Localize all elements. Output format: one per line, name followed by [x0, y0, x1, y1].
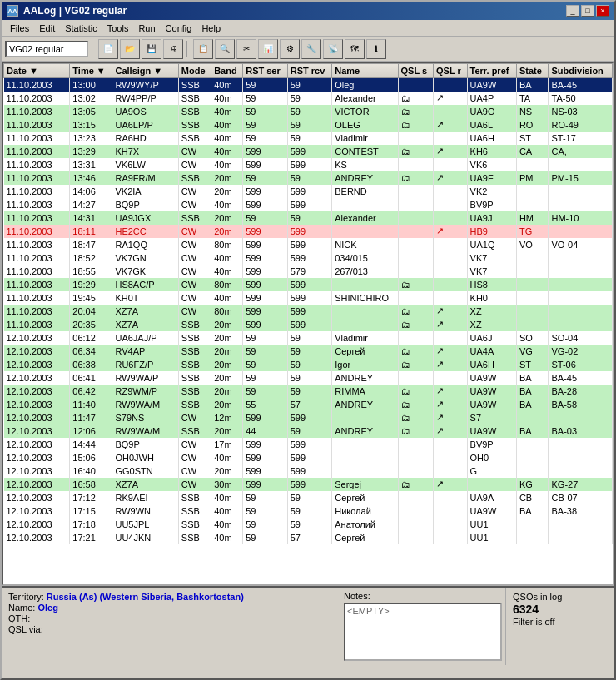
col-rst-sent[interactable]: RST ser	[243, 64, 288, 78]
tb-btn-8[interactable]: 📊	[258, 39, 278, 59]
col-date[interactable]: Date ▼	[4, 64, 70, 78]
col-qsl-sent[interactable]: QSL s	[398, 64, 434, 78]
table-row[interactable]: 11.10.200319:45KH0TCW40m599599SHINICHIRO…	[4, 291, 613, 305]
col-rst-rcv[interactable]: RST rcv	[287, 64, 332, 78]
band-cell: 30m	[211, 478, 243, 491]
qsl-sent-cell	[398, 185, 434, 198]
table-row[interactable]: 12.10.200306:12UA6JAJ/PSSB20m5959Vladimi…	[4, 331, 613, 345]
new-button[interactable]: 📄	[98, 39, 118, 59]
table-row[interactable]: 12.10.200317:18UU5JPLSSB40m5959АнатолийU…	[4, 518, 613, 531]
table-row[interactable]: 12.10.200314:44BQ9PCW17m599599BV9P	[4, 438, 613, 451]
table-row[interactable]: 12.10.200306:42RZ9WM/PSSB20m5959RIMMA🗂↗U…	[4, 385, 613, 398]
state-cell: NS	[516, 105, 549, 118]
menu-edit[interactable]: Edit	[34, 22, 60, 34]
save-button[interactable]: 💾	[142, 39, 161, 59]
state-cell: BA	[516, 385, 549, 398]
time-cell: 17:21	[70, 531, 112, 544]
mode-cell: CW	[178, 278, 211, 291]
qso-label: QSOs in log	[513, 592, 608, 602]
table-row[interactable]: 12.10.200306:34RV4APSSB20m5959Сергей🗂↗UA…	[4, 345, 613, 358]
menu-files[interactable]: Files	[5, 22, 34, 34]
print-button[interactable]: 🖨	[163, 39, 183, 59]
menu-config[interactable]: Config	[161, 22, 197, 34]
tb-btn-13[interactable]: ℹ	[366, 39, 386, 59]
table-row[interactable]: 11.10.200313:02RW4PP/PSSB40m5959Alexande…	[4, 92, 613, 105]
table-row[interactable]: 12.10.200316:58XZ7ACW30m599599Sergej🗂↗KG…	[4, 478, 613, 491]
col-state[interactable]: State	[516, 64, 549, 78]
col-subdivision[interactable]: Subdivision	[549, 64, 613, 78]
table-row[interactable]: 12.10.200315:06OH0JWHCW40m599599OH0	[4, 451, 613, 464]
table-row[interactable]: 11.10.200314:06VK2IACW20m599599BERNDVK2	[4, 185, 613, 198]
close-button[interactable]: ×	[596, 5, 609, 17]
table-row[interactable]: 11.10.200313:05UA9OSSSB40m5959VICTOR🗂UA9…	[4, 105, 613, 118]
terr-cell: UA9W	[467, 504, 516, 518]
name-cell: NICK	[332, 238, 398, 251]
table-row[interactable]: 12.10.200311:47S79NSCW12m599599🗂↗S7	[4, 411, 613, 424]
table-row[interactable]: 11.10.200313:29KH7XCW40m599599CONTEST🗂↗K…	[4, 145, 613, 158]
col-terr[interactable]: Terr. pref	[467, 64, 516, 78]
tb-btn-9[interactable]: ⚙	[280, 39, 300, 59]
qsl-rcv-cell: ↗	[434, 171, 468, 185]
table-row[interactable]: 12.10.200317:12RK9AEISSB40m5959СергейUA9…	[4, 491, 613, 504]
table-row[interactable]: 11.10.200320:04XZ7ACW80m599599🗂↗XZ	[4, 305, 613, 318]
table-row[interactable]: 12.10.200306:41RW9WA/PSSB20m5959ANDREYUA…	[4, 371, 613, 385]
col-band[interactable]: Band	[211, 64, 243, 78]
table-row[interactable]: 11.10.200318:47RA1QQCW80m599599NICKUA1QV…	[4, 238, 613, 251]
col-time[interactable]: Time ▼	[70, 64, 112, 78]
mode-cell: CW	[178, 158, 211, 171]
table-row[interactable]: 11.10.200314:31UA9JGXSSB20m5959Alexander…	[4, 211, 613, 225]
tb-btn-7[interactable]: ✂	[236, 39, 256, 59]
tb-btn-6[interactable]: 🔍	[215, 39, 235, 59]
date-cell: 11.10.2003	[4, 251, 70, 265]
qsl-sent-cell	[398, 225, 434, 238]
tb-btn-11[interactable]: 📡	[323, 39, 343, 59]
table-row[interactable]: 12.10.200317:21UU4JKNSSB40m5957СергейUU1	[4, 531, 613, 544]
table-row[interactable]: 11.10.200318:52VK7GNCW40m599599034/015VK…	[4, 251, 613, 265]
sub-cell: RO-49	[549, 118, 613, 132]
col-name[interactable]: Name	[332, 64, 398, 78]
table-container[interactable]: Date ▼ Time ▼ Callsign ▼ Mode Band RST s…	[2, 62, 614, 586]
callsign-cell: GG0STN	[112, 464, 178, 478]
band-cell: 20m	[211, 318, 243, 331]
rst-rcv-cell: 59	[287, 385, 332, 398]
rst-sent-cell: 59	[243, 105, 288, 118]
menu-help[interactable]: Help	[196, 22, 226, 34]
tb-btn-5[interactable]: 📋	[193, 39, 213, 59]
table-row[interactable]: 12.10.200312:06RW9WA/MSSB20m4459ANDREY🗂↗…	[4, 424, 613, 438]
menu-tools[interactable]: Tools	[102, 22, 134, 34]
menu-run[interactable]: Run	[133, 22, 160, 34]
open-button[interactable]: 📂	[120, 39, 140, 59]
date-cell: 11.10.2003	[4, 265, 70, 278]
callsign-input[interactable]	[5, 41, 88, 57]
table-row[interactable]: 12.10.200311:40RW9WA/MSSB20m5557ANDREY🗂↗…	[4, 398, 613, 411]
rst-rcv-cell: 59	[287, 105, 332, 118]
table-row[interactable]: 11.10.200320:35XZ7ASSB20m599599🗂↗XZ	[4, 318, 613, 331]
table-row[interactable]: 12.10.200306:38RU6FZ/PSSB20m5959Igor🗂↗UA…	[4, 358, 613, 371]
qsl-rcv-cell: ↗	[434, 424, 468, 438]
table-row[interactable]: 11.10.200318:55VK7GKCW40m599579267/013VK…	[4, 265, 613, 278]
table-row[interactable]: 12.10.200317:15RW9WNSSB40m5959НиколайUA9…	[4, 504, 613, 518]
qsl-sent-cell: 🗂	[398, 305, 434, 318]
table-row[interactable]: 11.10.200318:11HE2CCCW20m599599↗HB9TG	[4, 225, 613, 238]
col-qsl-rcv[interactable]: QSL r	[434, 64, 468, 78]
col-mode[interactable]: Mode	[178, 64, 211, 78]
name-cell	[332, 305, 398, 318]
sub-cell: CA,	[549, 145, 613, 158]
tb-btn-12[interactable]: 🗺	[345, 39, 365, 59]
menu-statistic[interactable]: Statistic	[60, 22, 102, 34]
table-row[interactable]: 11.10.200313:31VK6LWCW40m599599KSVK6	[4, 158, 613, 171]
table-row[interactable]: 11.10.200313:23RA6HDSSB40m5959VladimirUA…	[4, 132, 613, 145]
maximize-button[interactable]: □	[581, 5, 594, 17]
table-row[interactable]: 11.10.200313:00RW9WY/PSSB40m5959OlegUA9W…	[4, 78, 613, 92]
tb-btn-10[interactable]: 🔧	[301, 39, 321, 59]
table-row[interactable]: 12.10.200316:40GG0STNCW20m599599G	[4, 464, 613, 478]
col-callsign[interactable]: Callsign ▼	[112, 64, 178, 78]
table-row[interactable]: 11.10.200313:15UA6LP/PSSB40m5959OLEG🗂↗UA…	[4, 118, 613, 132]
table-row[interactable]: 11.10.200313:46RA9FR/MSSB20m5959ANDREY🗂↗…	[4, 171, 613, 185]
rst-rcv-cell: 599	[287, 278, 332, 291]
table-row[interactable]: 11.10.200314:27BQ9PCW40m599599BV9P	[4, 198, 613, 211]
mode-cell: CW	[178, 451, 211, 464]
table-row[interactable]: 11.10.200319:29HS8AC/PCW80m599599🗂HS8	[4, 278, 613, 291]
minimize-button[interactable]: _	[566, 5, 579, 17]
sub-cell: CB-07	[549, 491, 613, 504]
